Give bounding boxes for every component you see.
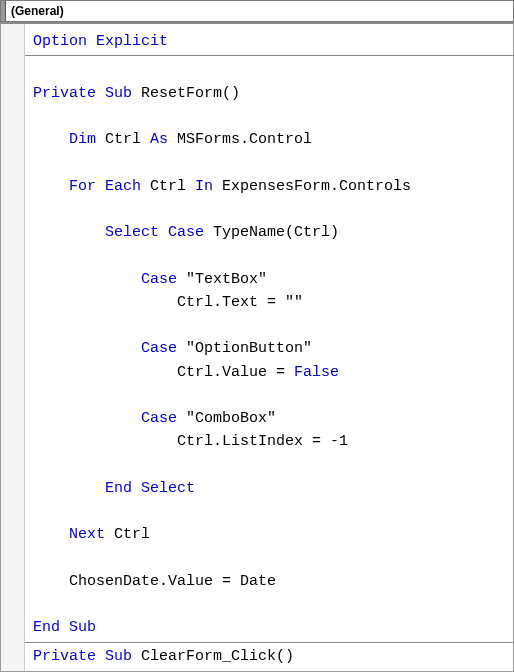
code-line[interactable]: Option Explicit — [33, 30, 513, 53]
code-line[interactable]: Ctrl.ListIndex = -1 — [33, 430, 513, 453]
vba-editor-window: (General) Option Explicit Private Sub Re… — [0, 0, 514, 672]
code-line[interactable]: Case "OptionButton" — [33, 337, 513, 360]
code-line[interactable] — [33, 668, 513, 672]
code-gutter — [1, 24, 25, 671]
code-line[interactable]: Case "ComboBox" — [33, 407, 513, 430]
code-line[interactable] — [33, 151, 513, 174]
code-line[interactable]: Private Sub ResetForm() — [33, 82, 513, 105]
code-line[interactable]: Ctrl.Text = "" — [33, 291, 513, 314]
code-line[interactable]: Private Sub ClearForm_Click() — [33, 645, 513, 668]
code-line[interactable]: Case "TextBox" — [33, 268, 513, 291]
code-line[interactable] — [33, 244, 513, 267]
code-line[interactable]: For Each Ctrl In ExpensesForm.Controls — [33, 175, 513, 198]
code-line[interactable] — [33, 500, 513, 523]
code-line[interactable] — [33, 384, 513, 407]
code-line[interactable] — [33, 198, 513, 221]
code-line[interactable] — [33, 105, 513, 128]
code-content[interactable]: Option Explicit Private Sub ResetForm() … — [25, 24, 513, 671]
code-line[interactable]: ChosenDate.Value = Date — [33, 570, 513, 593]
code-line[interactable]: Dim Ctrl As MSForms.Control — [33, 128, 513, 151]
code-line[interactable]: End Select — [33, 477, 513, 500]
code-line[interactable]: Next Ctrl — [33, 523, 513, 546]
code-line[interactable] — [33, 454, 513, 477]
code-line[interactable]: End Sub — [33, 616, 513, 639]
object-dropdown-label: (General) — [5, 4, 64, 18]
procedure-separator — [25, 642, 513, 643]
code-line[interactable] — [33, 593, 513, 616]
procedure-separator — [25, 55, 513, 56]
code-line[interactable]: Select Case TypeName(Ctrl) — [33, 221, 513, 244]
code-line[interactable] — [33, 314, 513, 337]
object-dropdown[interactable]: (General) — [0, 0, 514, 22]
code-pane: Option Explicit Private Sub ResetForm() … — [0, 22, 514, 672]
code-line[interactable] — [33, 58, 513, 81]
code-line[interactable]: Ctrl.Value = False — [33, 361, 513, 384]
code-line[interactable] — [33, 547, 513, 570]
